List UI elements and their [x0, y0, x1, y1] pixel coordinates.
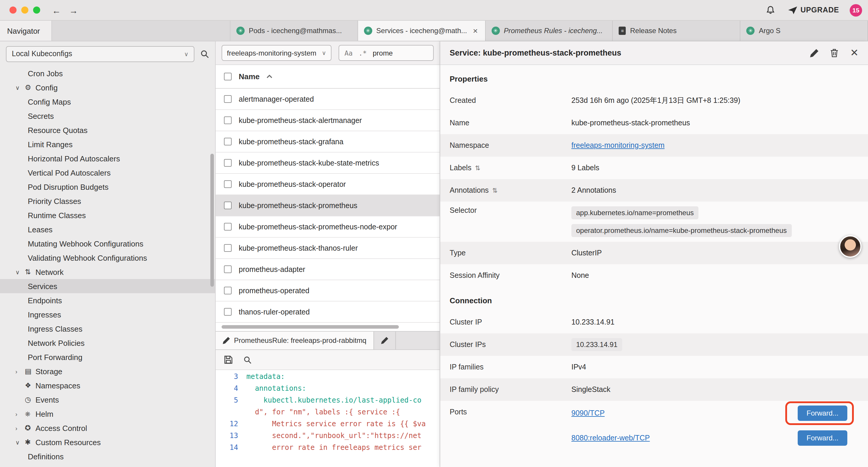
filter-input[interactable]: prome	[373, 49, 393, 57]
expand-toggle-icon[interactable]: ⇅	[475, 164, 480, 172]
sidebar-item-helm[interactable]: ›⎈Helm	[0, 407, 215, 421]
row-checkbox[interactable]	[224, 308, 231, 316]
chevron-right-icon[interactable]: ›	[16, 411, 25, 417]
sidebar-item-storage[interactable]: ›▤Storage	[0, 364, 215, 378]
sidebar-item-definitions[interactable]: Definitions	[0, 449, 215, 463]
sidebar-scrollbar[interactable]	[210, 154, 214, 287]
kubeconfig-selector[interactable]: Local Kubeconfigs ∨	[6, 46, 194, 62]
table-row[interactable]: kube-prometheus-stack-thanos-ruler	[216, 238, 440, 259]
edit-resource-icon[interactable]	[810, 49, 818, 57]
yaml-editor[interactable]: 3metadata:4 annotations:5 kubectl.kubern…	[216, 370, 440, 467]
table-row[interactable]: kube-prometheus-stack-grafana	[216, 131, 440, 152]
regex-toggle[interactable]: .*	[359, 49, 367, 57]
navigator-search-icon[interactable]	[200, 49, 209, 58]
sidebar-item-mutating-webhook-configurations[interactable]: Mutating Webhook Configurations	[0, 236, 215, 251]
chevron-right-icon[interactable]: ›	[16, 368, 25, 375]
row-checkbox[interactable]	[224, 202, 231, 209]
table-row[interactable]: kube-prometheus-stack-prometheus	[216, 195, 440, 216]
sidebar-item-pod-disruption-budgets[interactable]: Pod Disruption Budgets	[0, 180, 215, 194]
port-link[interactable]: 8080:reloader-web/TCP	[571, 434, 650, 442]
tab-prometheus[interactable]: Prometheus Rules - icecheng...	[486, 21, 613, 41]
sidebar-item-runtime-classes[interactable]: Runtime Classes	[0, 208, 215, 222]
tab-argo[interactable]: Argo S	[740, 21, 868, 41]
table-filter[interactable]: Aa .* prome	[339, 45, 434, 61]
sidebar-item-network[interactable]: ∨⇅Network	[0, 265, 215, 279]
horizontal-scrollbar[interactable]	[216, 323, 440, 331]
row-checkbox[interactable]	[224, 138, 231, 145]
tab-services[interactable]: Services - icecheng@math...×	[358, 21, 486, 41]
row-checkbox[interactable]	[224, 244, 231, 252]
table-row[interactable]: kube-prometheus-stack-kube-state-metrics	[216, 152, 440, 174]
namespace-selector[interactable]: freeleaps-monitoring-system ∨	[222, 45, 332, 61]
sidebar-item-events[interactable]: ◷Events	[0, 392, 215, 407]
delete-resource-icon[interactable]	[830, 49, 838, 57]
namespace-link[interactable]: freeleaps-monitoring-system	[571, 141, 664, 150]
port-forward-button[interactable]: Forward...	[798, 430, 847, 446]
chevron-right-icon[interactable]: ›	[16, 425, 25, 431]
detail-label: Created	[450, 96, 571, 105]
sidebar-item-config-maps[interactable]: Config Maps	[0, 95, 215, 109]
table-row[interactable]: kube-prometheus-stack-operator	[216, 174, 440, 195]
zoom-window-button[interactable]	[33, 6, 40, 13]
detail-row: Created253d 16h 6m ago (2025年1月13日 GMT+8…	[440, 89, 868, 112]
table-row[interactable]: thanos-ruler-operated	[216, 301, 440, 323]
expand-toggle-icon[interactable]: ⇅	[492, 186, 498, 194]
save-icon[interactable]	[224, 355, 233, 364]
sidebar-item-port-forwarding[interactable]: Port Forwarding	[0, 350, 215, 364]
sidebar-item-access-control[interactable]: ›✪Access Control	[0, 421, 215, 435]
sidebar-item-network-policies[interactable]: Network Policies	[0, 336, 215, 350]
table-row[interactable]: alertmanager-operated	[216, 89, 440, 110]
select-all-checkbox[interactable]	[224, 73, 231, 80]
sidebar-item-services[interactable]: Services	[0, 279, 215, 293]
table-row[interactable]: prometheus-operated	[216, 280, 440, 301]
notifications-bell-icon[interactable]	[766, 5, 775, 15]
tab-release[interactable]: Release Notes	[613, 21, 741, 41]
row-checkbox[interactable]	[224, 223, 231, 231]
table-row[interactable]: kube-prometheus-stack-alertmanager	[216, 110, 440, 131]
chevron-down-icon[interactable]: ∨	[16, 269, 25, 275]
sidebar-item-custom-resources[interactable]: ∨✱Custom Resources	[0, 435, 215, 449]
sidebar-item-limit-ranges[interactable]: Limit Ranges	[0, 137, 215, 151]
tab-close-icon[interactable]: ×	[472, 26, 479, 35]
match-case-toggle[interactable]: Aa	[344, 49, 353, 57]
sidebar-item-leases[interactable]: Leases	[0, 222, 215, 236]
forward-button[interactable]: →	[69, 5, 78, 15]
back-button[interactable]: ←	[52, 5, 61, 15]
close-icon[interactable]: ✕	[850, 47, 859, 59]
upgrade-button[interactable]: UPGRADE	[788, 6, 839, 14]
row-checkbox[interactable]	[224, 159, 231, 167]
row-checkbox[interactable]	[224, 180, 231, 188]
sidebar-item-ingress-classes[interactable]: Ingress Classes	[0, 322, 215, 336]
sidebar-item-validating-webhook-configurations[interactable]: Validating Webhook Configurations	[0, 251, 215, 265]
port-forward-button[interactable]: Forward...	[798, 406, 847, 421]
avatar[interactable]	[839, 235, 862, 258]
editor-tab-partial[interactable]	[374, 332, 396, 349]
close-window-button[interactable]	[9, 6, 17, 13]
sidebar-item-namespaces[interactable]: ❖Namespaces	[0, 378, 215, 392]
editor-tab[interactable]: PrometheusRule: freeleaps-prod-rabbitmq	[216, 332, 374, 349]
sidebar-item-ingresses[interactable]: Ingresses	[0, 308, 215, 322]
table-row[interactable]: kube-prometheus-stack-prometheus-node-ex…	[216, 216, 440, 238]
row-checkbox[interactable]	[224, 95, 231, 103]
sidebar-item-priority-classes[interactable]: Priority Classes	[0, 194, 215, 208]
port-link[interactable]: 9090/TCP	[571, 409, 605, 417]
sidebar-item-horizontal-pod-autoscalers[interactable]: Horizontal Pod Autoscalers	[0, 151, 215, 166]
sort-ascending-icon[interactable]	[267, 75, 273, 79]
row-checkbox[interactable]	[224, 265, 231, 273]
editor-search-icon[interactable]	[243, 356, 252, 364]
sidebar-item-cron-jobs[interactable]: Cron Jobs	[0, 66, 215, 80]
table-row[interactable]: prometheus-adapter	[216, 259, 440, 280]
sidebar-item-secrets[interactable]: Secrets	[0, 109, 215, 123]
sidebar-item-resource-quotas[interactable]: Resource Quotas	[0, 123, 215, 137]
row-checkbox[interactable]	[224, 116, 231, 124]
sidebar-item-endpoints[interactable]: Endpoints	[0, 293, 215, 308]
tab-pods[interactable]: Pods - icecheng@mathmas...	[230, 21, 358, 41]
chevron-down-icon[interactable]: ∨	[16, 84, 25, 91]
sidebar-item-vertical-pod-autoscalers[interactable]: Vertical Pod Autoscalers	[0, 166, 215, 180]
minimize-window-button[interactable]	[21, 6, 28, 13]
row-checkbox[interactable]	[224, 287, 231, 294]
name-column-header[interactable]: Name	[239, 72, 260, 81]
notification-count-badge[interactable]: 15	[850, 4, 862, 16]
sidebar-item-config[interactable]: ∨⚙Config	[0, 80, 215, 95]
chevron-down-icon[interactable]: ∨	[16, 439, 25, 445]
